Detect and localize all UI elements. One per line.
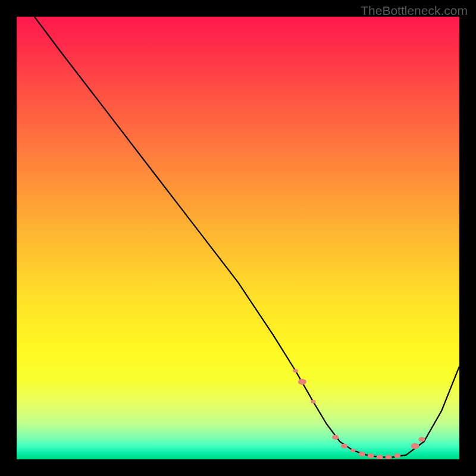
marker-point	[311, 400, 315, 403]
watermark-text: TheBottleneck.com	[361, 4, 468, 18]
marker-point	[332, 435, 339, 440]
marker-point	[368, 453, 374, 458]
marker-point	[394, 453, 400, 458]
chart-plot-area	[17, 17, 459, 459]
marker-point	[341, 444, 347, 449]
marker-point	[350, 449, 355, 452]
marker-point	[293, 369, 298, 372]
marker-point	[298, 379, 306, 385]
marker-point	[385, 455, 392, 459]
marker-point	[359, 452, 365, 456]
bottleneck-curve	[17, 17, 459, 459]
highlight-markers	[293, 369, 425, 459]
curve-line	[35, 17, 459, 457]
marker-point	[418, 437, 425, 442]
marker-point	[411, 443, 419, 449]
marker-point	[377, 455, 383, 459]
